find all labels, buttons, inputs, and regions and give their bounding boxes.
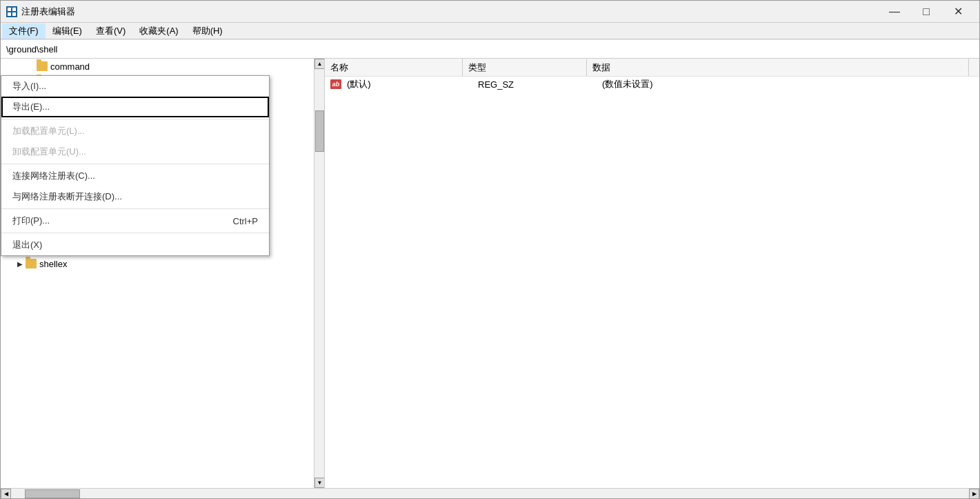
reg-ab-icon: ab [330,79,341,89]
scroll-thumb[interactable] [315,110,324,152]
svg-rect-3 [8,12,11,16]
col-header-type: 类型 [463,59,587,76]
address-bar: \ground\shell [1,39,979,59]
menu-export[interactable]: 导出(E)... [1,97,269,117]
svg-rect-1 [8,8,11,11]
h-scroll-track [11,489,969,498]
menu-file[interactable]: 文件(F) [2,23,46,39]
horizontal-scrollbar: ◀ ▶ [1,488,979,498]
tree-item-label: shellex [39,259,67,269]
right-panel: 名称 类型 数据 ab (默认) REG_SZ (数值未设置) [325,59,979,488]
h-scroll-thumb[interactable] [25,489,80,498]
main-window: 注册表编辑器 — □ ✕ 文件(F) 编辑(E) 查看(V) 收藏夹(A) 帮助… [0,0,980,499]
print-shortcut: Ctrl+P [233,216,258,226]
app-icon [6,6,17,17]
menu-exit[interactable]: 退出(X) [1,235,269,255]
tree-item-shellex[interactable]: ▶ shellex [1,256,324,271]
scroll-up-button[interactable]: ▲ [314,59,325,69]
h-scroll-left-button[interactable]: ◀ [1,489,11,499]
menu-help[interactable]: 帮助(H) [186,23,230,39]
menu-favorites[interactable]: 收藏夹(A) [132,23,185,39]
menu-separator-3 [1,208,269,209]
reg-data: (数值未设置) [599,78,979,90]
file-dropdown-menu: 导入(I)... 导出(E)... 加载配置单元(L)... 卸载配置单元(U)… [1,75,270,256]
reg-type: REG_SZ [475,79,599,90]
window-title: 注册表编辑器 [21,6,879,18]
window-controls: — □ ✕ [879,1,974,23]
scroll-track [314,69,324,478]
main-content: command ▾ git_shell command ▾ IntelliJ I… [1,59,979,488]
svg-rect-2 [12,8,16,11]
minimize-button[interactable]: — [879,1,910,23]
tree-item-label: command [50,61,90,72]
chevron-right-icon: ▶ [14,258,26,269]
menu-separator-4 [1,233,269,233]
tree-item-command1[interactable]: command [1,59,324,74]
menu-disconnect-registry[interactable]: 与网络注册表断开连接(D)... [1,186,269,207]
h-scroll-right-button[interactable]: ▶ [969,489,979,499]
menu-separator-1 [1,119,269,119]
menu-unload-hive: 卸载配置单元(U)... [1,141,269,162]
close-button[interactable]: ✕ [942,1,974,23]
folder-icon [26,259,37,268]
col-header-name: 名称 [325,59,463,76]
menu-separator-2 [1,164,269,164]
folder-icon [37,61,48,71]
title-bar: 注册表编辑器 — □ ✕ [1,1,979,23]
menu-edit[interactable]: 编辑(E) [46,23,89,39]
address-path: \ground\shell [6,44,57,55]
menu-bar: 文件(F) 编辑(E) 查看(V) 收藏夹(A) 帮助(H) [1,23,979,39]
svg-rect-4 [12,12,16,16]
registry-list: ab (默认) REG_SZ (数值未设置) [325,77,979,488]
maximize-button[interactable]: □ [910,1,942,23]
table-row[interactable]: ab (默认) REG_SZ (数值未设置) [325,77,979,92]
tree-scrollbar[interactable]: ▲ ▼ [314,59,324,488]
scroll-down-button[interactable]: ▼ [314,478,325,488]
menu-load-hive: 加载配置单元(L)... [1,121,269,141]
menu-import[interactable]: 导入(I)... [1,76,269,97]
col-header-data: 数据 [587,59,969,76]
chevron-icon [26,61,37,72]
menu-view[interactable]: 查看(V) [89,23,132,39]
menu-connect-registry[interactable]: 连接网络注册表(C)... [1,166,269,186]
column-headers: 名称 类型 数据 [325,59,979,77]
reg-name: (默认) [344,78,475,90]
menu-print[interactable]: 打印(P)... Ctrl+P [1,211,269,231]
